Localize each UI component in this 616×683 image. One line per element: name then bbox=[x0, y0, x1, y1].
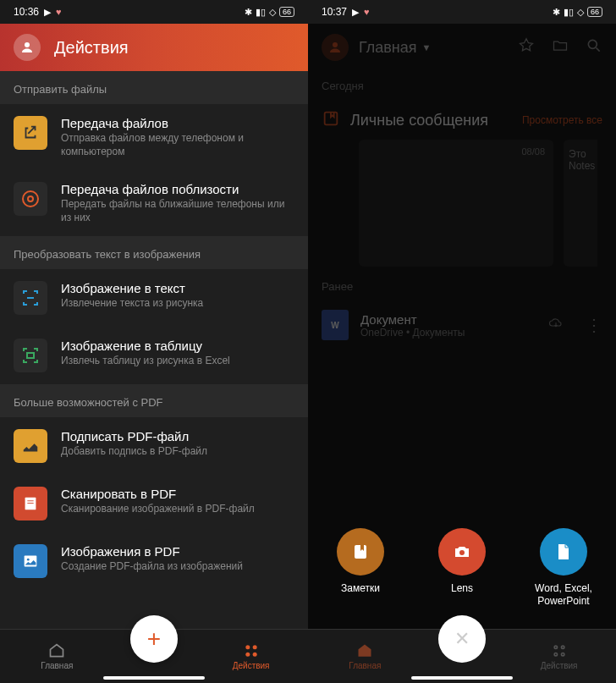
create-actions-menu: Заметки Lens Word, Excel, PowerPoint bbox=[308, 528, 616, 607]
svg-point-14 bbox=[588, 40, 597, 48]
app-header: Главная ▼ bbox=[308, 24, 616, 71]
battery-indicator: 66 bbox=[587, 7, 602, 17]
action-title: Передача файлов bbox=[61, 116, 294, 130]
signal-icon: ▮▯ bbox=[564, 7, 574, 18]
status-bar: 10:37 ▶ ♥ ✱ ▮▯ ◇ 66 bbox=[308, 0, 616, 24]
svg-point-20 bbox=[554, 653, 557, 656]
action-sign-pdf[interactable]: Подписать PDF-файл Добавить подпись в PD… bbox=[0, 417, 308, 475]
play-icon: ▶ bbox=[44, 7, 51, 18]
close-icon: ✕ bbox=[454, 628, 470, 650]
message-card-peek[interactable]: Это Notes bbox=[564, 140, 597, 267]
nearby-share-icon bbox=[14, 182, 47, 216]
file-transfer-icon bbox=[14, 116, 47, 150]
action-image-to-text[interactable]: Изображение в текст Извлечение текста из… bbox=[0, 269, 308, 327]
home-icon bbox=[356, 642, 373, 659]
document-item[interactable]: W Документ OneDrive • Документы ⋮ bbox=[308, 300, 616, 350]
earlier-label: Ранее bbox=[308, 267, 616, 300]
section-header-convert: Преобразовать текст в изображения bbox=[0, 236, 308, 269]
create-notes[interactable]: Заметки bbox=[322, 528, 399, 607]
home-indicator[interactable] bbox=[103, 676, 205, 680]
create-office[interactable]: Word, Excel, PowerPoint bbox=[525, 528, 602, 607]
today-label: Сегодня bbox=[308, 71, 616, 101]
plus-icon: + bbox=[147, 625, 161, 653]
page-title-dropdown[interactable]: Главная ▼ bbox=[359, 39, 431, 57]
word-file-icon: W bbox=[322, 310, 349, 340]
personal-messages-header: Личные сообщения Просмотреть все bbox=[308, 101, 616, 140]
view-all-link[interactable]: Просмотреть все bbox=[522, 114, 602, 126]
action-title: Сканировать в PDF bbox=[61, 487, 294, 501]
svg-point-18 bbox=[554, 646, 557, 648]
grid-icon bbox=[243, 642, 260, 659]
svg-point-2 bbox=[23, 191, 38, 207]
action-title: Изображение в таблицу bbox=[61, 339, 294, 353]
doc-title: Документ bbox=[360, 312, 536, 327]
svg-point-1 bbox=[28, 196, 33, 201]
wifi-icon: ◇ bbox=[577, 7, 584, 18]
message-card[interactable]: 08/08 bbox=[359, 140, 553, 267]
action-image-to-table[interactable]: Изображение в таблицу Извлечь таблицу из… bbox=[0, 327, 308, 384]
svg-point-9 bbox=[245, 645, 250, 649]
create-lens[interactable]: Lens bbox=[424, 528, 500, 607]
svg-point-21 bbox=[561, 653, 564, 656]
action-title: Изображения в PDF bbox=[61, 544, 294, 559]
search-icon[interactable] bbox=[586, 37, 602, 58]
svg-point-17 bbox=[459, 550, 465, 555]
image-text-icon bbox=[14, 281, 47, 315]
profile-button[interactable] bbox=[322, 34, 349, 61]
fab-close[interactable]: ✕ bbox=[438, 615, 486, 663]
play-icon: ▶ bbox=[352, 7, 359, 18]
personal-title: Личные сообщения bbox=[350, 112, 488, 129]
action-desc: Добавить подпись в PDF-файл bbox=[61, 445, 294, 459]
action-desc: Сканирование изображений в PDF-файл bbox=[61, 503, 294, 516]
nav-actions[interactable]: Действия bbox=[517, 642, 602, 670]
nav-home[interactable]: Главная bbox=[14, 642, 99, 670]
action-nearby-share[interactable]: Передача файлов поблизости Передать файл… bbox=[0, 170, 308, 236]
action-desc: Извлечение текста из рисунка bbox=[61, 297, 294, 311]
section-header-send: Отправить файлы bbox=[0, 71, 308, 104]
images-pdf-icon bbox=[14, 544, 47, 578]
phone-home-screen: 10:37 ▶ ♥ ✱ ▮▯ ◇ 66 Главная ▼ bbox=[308, 0, 616, 683]
action-desc: Передать файлы на ближайшие телефоны или… bbox=[61, 198, 294, 224]
action-images-to-pdf[interactable]: Изображения в PDF Создание PDF-файла из … bbox=[0, 532, 308, 590]
premium-icon[interactable] bbox=[518, 37, 535, 58]
action-title: Подписать PDF-файл bbox=[61, 429, 294, 443]
nav-home[interactable]: Главная bbox=[322, 642, 407, 670]
more-icon[interactable]: ⋮ bbox=[586, 315, 602, 335]
message-cards[interactable]: 08/08 Это Notes bbox=[308, 140, 616, 267]
nav-actions[interactable]: Действия bbox=[209, 642, 294, 670]
chevron-down-icon: ▼ bbox=[422, 42, 432, 52]
svg-point-8 bbox=[27, 559, 30, 561]
bluetooth-icon: ✱ bbox=[245, 7, 252, 18]
camera-icon bbox=[438, 528, 486, 576]
cloud-download-icon[interactable] bbox=[548, 316, 564, 334]
person-icon bbox=[327, 40, 343, 55]
status-time: 10:36 bbox=[14, 6, 39, 18]
card-date: 08/08 bbox=[521, 146, 545, 157]
svg-point-11 bbox=[245, 653, 250, 657]
fab-create[interactable]: + bbox=[130, 615, 178, 663]
folder-icon[interactable] bbox=[552, 37, 569, 58]
action-desc: Создание PDF-файла из изображений bbox=[61, 560, 294, 574]
section-header-pdf: Больше возможностей с PDF bbox=[0, 384, 308, 417]
person-icon bbox=[19, 40, 35, 55]
svg-rect-6 bbox=[27, 503, 33, 504]
action-desc: Отправка файлов между телефоном и компью… bbox=[61, 132, 294, 158]
svg-rect-3 bbox=[27, 353, 34, 358]
actions-content[interactable]: Отправить файлы Передача файлов Отправка… bbox=[0, 71, 308, 629]
action-scan-pdf[interactable]: Сканировать в PDF Сканирование изображен… bbox=[0, 475, 308, 532]
action-title: Передача файлов поблизости bbox=[61, 182, 294, 196]
status-bar: 10:36 ▶ ♥ ✱ ▮▯ ◇ 66 bbox=[0, 0, 308, 24]
sign-pdf-icon bbox=[14, 429, 47, 463]
phone-actions-screen: 10:36 ▶ ♥ ✱ ▮▯ ◇ 66 Действия Отправить ф… bbox=[0, 0, 308, 683]
action-file-transfer[interactable]: Передача файлов Отправка файлов между те… bbox=[0, 104, 308, 170]
status-time: 10:37 bbox=[322, 6, 347, 18]
profile-button[interactable] bbox=[14, 34, 41, 61]
heart-icon: ♥ bbox=[56, 7, 62, 17]
battery-indicator: 66 bbox=[279, 7, 294, 17]
grid-icon bbox=[551, 642, 568, 659]
signal-icon: ▮▯ bbox=[256, 7, 266, 18]
svg-rect-5 bbox=[27, 501, 33, 502]
svg-point-0 bbox=[25, 42, 30, 47]
home-icon bbox=[48, 642, 65, 659]
home-indicator[interactable] bbox=[411, 676, 513, 680]
